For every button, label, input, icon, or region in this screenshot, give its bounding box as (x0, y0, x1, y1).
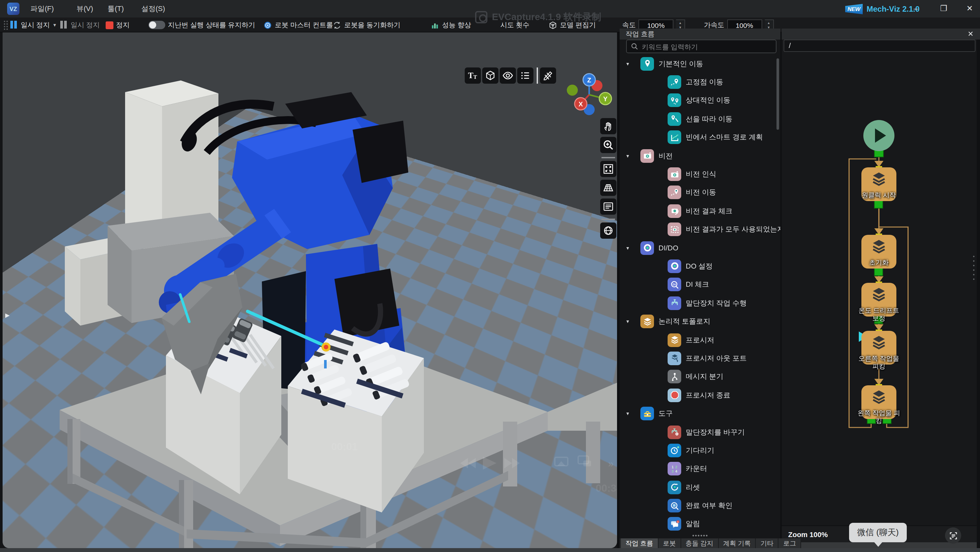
procedure-icon (870, 334, 888, 354)
menu-tools[interactable]: 툴(T) (108, 0, 124, 18)
new-badge: NEW (845, 4, 863, 14)
tree-item[interactable]: ▼ 빈에서 스마트 경로 계획 (620, 128, 780, 147)
tree-item[interactable]: ▼ 말단장치 작업 수행 (620, 294, 780, 312)
viewport-3d[interactable]: » 00:01 00:34 Z Y X (3, 32, 617, 548)
workflow-node[interactable]: 초기화 (861, 235, 896, 268)
scene-list-button[interactable] (600, 198, 616, 215)
expander-icon[interactable]: ▼ (625, 411, 630, 416)
pan-tool-button[interactable] (600, 118, 616, 134)
tree-item[interactable]: ▼ DI 체크 (620, 275, 780, 294)
menu-view[interactable]: 뷰(V) (76, 0, 93, 18)
run-workflow-button[interactable] (863, 120, 894, 151)
stop-button[interactable]: 정지 (106, 18, 130, 32)
fit-view-button[interactable] (600, 161, 616, 177)
tree-item[interactable]: ▼ 비전 결과가 모두 사용되었는지 확인하기 (620, 220, 780, 239)
tree-item[interactable]: ▼ 리셋 (620, 478, 780, 496)
tree-item[interactable]: ▼ DI/DO (620, 239, 780, 257)
expander-icon[interactable]: ▼ (625, 61, 630, 66)
graph-breadcrumb[interactable]: / (784, 40, 975, 52)
tree-item[interactable]: ▼ 비전 결과 체크 (620, 202, 780, 220)
tree-item[interactable]: ▼ 선을 따라 이동 (620, 110, 780, 128)
pause-button[interactable]: 일시 정지 ▼ (10, 18, 57, 32)
toggle-switch[interactable] (148, 21, 165, 29)
tree-item[interactable]: ▼ 비전 (620, 147, 780, 165)
cube-view-button[interactable] (482, 67, 498, 84)
workflow-node[interactable]: 원클릭 시작 (861, 168, 896, 201)
pause-button-secondary[interactable]: 일시 정지 (60, 18, 100, 32)
tree-item[interactable]: ▼ 말단장치를 바꾸기 (620, 423, 780, 441)
minimize-button[interactable]: – (910, 3, 922, 14)
tree-item[interactable]: ▼ 논리적 토폴로지 (620, 312, 780, 331)
menu-file[interactable]: 파일(F) (30, 0, 54, 18)
perspective-button[interactable] (600, 180, 616, 196)
tree-item-icon (668, 499, 681, 512)
tree-item[interactable]: ▼ 기다리기 (620, 441, 780, 459)
tree-item[interactable]: ▼ 프로시저 아웃 포트 (620, 349, 780, 368)
sync-robot-button[interactable]: 로봇을 동기화하기 (332, 18, 401, 32)
procedure-icon (870, 238, 888, 257)
workflow-node[interactable]: 온도 드리프트 보정 (861, 283, 896, 316)
tree-item[interactable]: ▼ 상대적인 이동 (620, 91, 780, 110)
graph-canvas[interactable]: 원클릭 시작 초기화 온도 드리프트 보정 오른쪽 작업물 피킹 (782, 53, 977, 525)
toolbar-separator (537, 67, 538, 84)
performance-icon (430, 21, 439, 30)
workflow-node[interactable]: 왼쪽 작업물 피킹 (861, 385, 896, 419)
tree-item[interactable]: ▼ 메시지 분기 (620, 367, 780, 386)
bottom-tab[interactable]: 작업 흐름 (621, 538, 659, 548)
edit-tools-button[interactable] (540, 67, 556, 84)
axis-gizmo[interactable]: Z Y X (557, 65, 617, 123)
graph-close-icon[interactable]: ✕ (966, 29, 975, 39)
search-box[interactable] (626, 40, 776, 53)
expander-icon[interactable]: ▼ (625, 153, 630, 158)
tree-item[interactable]: ▼ 비전 이동 (620, 183, 780, 202)
zoom-tool-button[interactable] (600, 137, 616, 153)
pause-dropdown-caret[interactable]: ▼ (52, 23, 57, 27)
performance-button[interactable]: 성능 향상 (430, 18, 471, 32)
tree-item[interactable]: ▼ 고정점 이동 (620, 73, 780, 91)
search-input[interactable] (642, 43, 772, 50)
workflow-tree: ▼ 기본적인 이동 ▼ 고정점 이동 ▼ 상대적인 이동 (620, 54, 780, 538)
left-panel-expand-arrow[interactable]: ▶ (5, 312, 10, 319)
tree-item[interactable]: ▼ 알림 (620, 515, 780, 533)
globe-view-button[interactable] (600, 222, 616, 239)
tree-item[interactable]: ▼ 프로시저 종료 (620, 386, 780, 404)
tree-item[interactable]: ▼ 프로시저 (620, 331, 780, 349)
axis-minus-y[interactable] (567, 85, 578, 96)
bottom-tab[interactable]: 로봇 (659, 538, 681, 548)
graph-splitter-dots[interactable]: •••••• (973, 254, 975, 284)
tree-item-icon (668, 186, 681, 199)
keep-last-state-toggle[interactable]: 지난번 실행 상태를 유지하기 (148, 18, 255, 32)
tree-scrollbar[interactable] (776, 58, 779, 130)
expander-icon[interactable]: ▼ (625, 319, 630, 324)
bottom-tab[interactable]: 기타 (756, 538, 779, 548)
restore-button[interactable]: ❐ (938, 3, 950, 14)
panel-resize-handle[interactable]: •••••• (692, 534, 718, 538)
bottom-tab[interactable]: 계획 기록 (719, 538, 756, 548)
app-logo-icon: VZ (7, 3, 19, 15)
visibility-button[interactable] (500, 67, 516, 84)
bottom-tab[interactable]: 충돌 감지 (681, 538, 719, 548)
tree-item[interactable]: ▼ 카운터 (620, 459, 780, 478)
pause-icon-gray (60, 21, 68, 30)
menu-settings[interactable]: 설정(S) (141, 0, 165, 18)
bottom-tab[interactable]: 로그 (779, 538, 802, 548)
workflow-node[interactable]: 오른쪽 작업물 피킹 (861, 331, 896, 365)
wechat-scan-icon[interactable] (945, 527, 961, 544)
procedure-icon (870, 286, 888, 306)
expander-icon[interactable]: ▼ (625, 246, 630, 250)
toolbar-grip[interactable] (3, 20, 8, 30)
tree-item[interactable]: ▼ DO 설정 (620, 257, 780, 276)
splitter-viewport-tree[interactable] (617, 32, 620, 552)
tree-item[interactable]: ▼ 완료 여부 확인 (620, 496, 780, 515)
tree-item[interactable]: ▼ 기본적인 이동 (620, 54, 780, 73)
bottom-tabs: 작업 흐름 로봇 충돌 감지 계획 기록 기타 로그 (621, 538, 802, 548)
close-button[interactable]: ✕ (964, 3, 975, 14)
tree-item-icon (668, 168, 681, 181)
robot-master-control-button[interactable]: 로봇 마스터 컨트롤 (263, 18, 333, 32)
text-tool-button[interactable] (465, 67, 481, 84)
tree-item[interactable]: ▼ 도구 (620, 404, 780, 423)
ghost-playback-controls: » (3, 453, 617, 479)
tree-item-icon (668, 388, 681, 402)
display-list-button[interactable] (517, 67, 533, 84)
tree-item[interactable]: ▼ 비전 인식 (620, 165, 780, 183)
